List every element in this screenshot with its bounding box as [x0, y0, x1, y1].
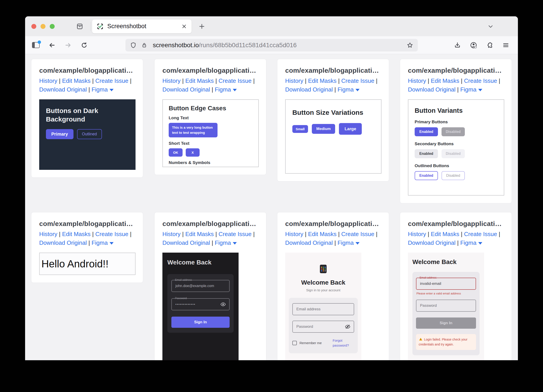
login-panel: Email address invalid-email Please enter…	[413, 272, 480, 355]
small-button: Small	[292, 125, 308, 133]
create-issue-link[interactable]: Create Issue	[219, 231, 252, 237]
caret-down-icon	[233, 89, 237, 91]
download-original-link[interactable]: Download Original	[162, 239, 210, 246]
thumb-heading: Welcome Back	[287, 279, 359, 286]
history-link[interactable]: History	[162, 231, 181, 237]
new-tab-button[interactable]	[197, 22, 207, 31]
tab-screenshotbot[interactable]: Screenshotbot	[92, 19, 192, 33]
history-link[interactable]: History	[39, 77, 57, 84]
create-issue-link[interactable]: Create Issue	[464, 231, 497, 237]
download-original-link[interactable]: Download Original	[285, 239, 333, 246]
minimize-window-button[interactable]	[40, 24, 45, 29]
email-value: invalid-email	[416, 282, 441, 286]
notification-dot	[38, 40, 41, 44]
figma-link[interactable]: Figma	[460, 239, 476, 246]
edit-masks-link[interactable]: Edit Masks	[62, 77, 90, 84]
screenshotbot-favicon-icon	[96, 23, 104, 30]
list-all-tabs-chevron-icon[interactable]	[486, 22, 496, 31]
history-link[interactable]: History	[39, 231, 57, 237]
login-failed-alert: Login failed. Please check your credenti…	[416, 334, 476, 350]
url-bar[interactable]: screenshotbot.io/runs/68b5b0d11c581d41cc…	[125, 39, 418, 51]
reload-button[interactable]	[79, 40, 89, 50]
account-icon[interactable]	[469, 40, 479, 50]
screenshot-thumbnail[interactable]: Button Variants Primary Buttons Enabled …	[408, 99, 504, 196]
short-text-label: Short Text	[169, 141, 252, 146]
figma-link[interactable]: Figma	[338, 239, 354, 246]
history-link[interactable]: History	[408, 77, 426, 84]
edit-masks-link[interactable]: Edit Masks	[185, 231, 214, 237]
tab-close-icon[interactable]	[181, 23, 187, 29]
create-issue-link[interactable]: Create Issue	[96, 231, 128, 237]
back-button[interactable]	[47, 40, 57, 50]
download-original-link[interactable]: Download Original	[162, 86, 210, 93]
screenshot-title: com/example/blogapplicati…	[39, 220, 135, 227]
zoom-window-button[interactable]	[50, 24, 55, 29]
outlined-button: Outlined	[77, 129, 102, 139]
email-label: Email address	[175, 278, 192, 282]
figma-link[interactable]: Figma	[92, 86, 108, 93]
screenshot-thumbnail[interactable]: Hello Android!!	[39, 253, 136, 275]
create-issue-link[interactable]: Create Issue	[341, 77, 374, 84]
screenshot-thumbnail[interactable]: Welcome Back Email address john.doe@exam…	[162, 253, 238, 360]
history-link[interactable]: History	[408, 231, 426, 237]
edit-masks-link[interactable]: Edit Masks	[185, 77, 214, 84]
close-window-button[interactable]	[31, 24, 36, 29]
screenshot-thumbnail[interactable]: Welcome Back Email address invalid-email…	[408, 253, 484, 360]
edit-masks-link[interactable]: Edit Masks	[308, 77, 336, 84]
forward-button[interactable]	[63, 40, 73, 50]
create-issue-link[interactable]: Create Issue	[219, 77, 252, 84]
enabled-button: Enabled	[415, 127, 438, 136]
screenshot-title: com/example/blogapplicati…	[162, 67, 258, 74]
sidebar-archive-icon[interactable]	[75, 22, 85, 31]
long-text-button: This is a very long button text to test …	[169, 123, 218, 137]
shield-icon[interactable]	[130, 42, 137, 49]
edit-masks-link[interactable]: Edit Masks	[62, 231, 90, 237]
email-error-text: Please enter a valid email address	[416, 292, 475, 295]
downloads-icon[interactable]	[452, 40, 462, 50]
eye-icon	[220, 301, 226, 307]
tab-title: Screenshotbot	[107, 23, 146, 30]
screenshot-thumbnail[interactable]: Buttons on Dark Background Primary Outli…	[39, 99, 136, 170]
browser-window: Screenshotbot	[25, 16, 518, 360]
screenshot-thumbnail[interactable]: Button Edge Cases Long Text This is a ve…	[162, 99, 259, 167]
card-links: History | Edit Masks | Create Issue | Do…	[408, 77, 504, 94]
url-path: /runs/68b5b0d11c581d41cca5d016	[199, 42, 297, 49]
figma-link[interactable]: Figma	[92, 239, 108, 246]
figma-link[interactable]: Figma	[215, 239, 231, 246]
history-link[interactable]: History	[285, 77, 303, 84]
numbers-symbols-label: Numbers & Symbols	[169, 160, 252, 165]
figma-link[interactable]: Figma	[460, 86, 476, 93]
screenshot-thumbnail[interactable]: Welcome Back Sign in to your account Ema…	[285, 253, 361, 360]
history-link[interactable]: History	[162, 77, 181, 84]
edit-masks-link[interactable]: Edit Masks	[431, 77, 459, 84]
extensions-puzzle-icon[interactable]	[485, 40, 495, 50]
card-links: History | Edit Masks | Create Issue | Do…	[39, 230, 135, 247]
download-original-link[interactable]: Download Original	[285, 86, 333, 93]
edit-masks-link[interactable]: Edit Masks	[308, 231, 336, 237]
edit-masks-link[interactable]: Edit Masks	[431, 231, 459, 237]
history-link[interactable]: History	[285, 231, 303, 237]
lock-icon[interactable]	[141, 42, 147, 48]
download-original-link[interactable]: Download Original	[408, 86, 455, 93]
password-label: Password	[175, 297, 187, 300]
create-issue-link[interactable]: Create Issue	[341, 231, 374, 237]
outlined-buttons-label: Outlined Buttons	[415, 163, 498, 168]
download-original-link[interactable]: Download Original	[39, 86, 87, 93]
x-button: X	[186, 148, 200, 157]
page-content: com/example/blogapplicati… History | Edi…	[25, 54, 518, 360]
email-field: Email address	[292, 303, 354, 315]
disabled-button: Disabled	[441, 149, 465, 158]
enabled-button: Enabled	[415, 171, 438, 180]
download-original-link[interactable]: Download Original	[39, 239, 87, 246]
bookmark-star-icon[interactable]	[407, 42, 413, 49]
create-issue-link[interactable]: Create Issue	[464, 77, 497, 84]
download-original-link[interactable]: Download Original	[408, 239, 455, 246]
figma-link[interactable]: Figma	[215, 86, 231, 93]
figma-link[interactable]: Figma	[338, 86, 354, 93]
menu-hamburger-icon[interactable]	[501, 40, 511, 50]
create-issue-link[interactable]: Create Issue	[96, 77, 128, 84]
screenshot-card: com/example/blogapplicati… History | Edi…	[400, 212, 512, 360]
firefox-view-icon[interactable]	[31, 40, 41, 50]
window-controls	[25, 24, 55, 29]
screenshot-thumbnail[interactable]: Button Size Variations Small Medium Larg…	[285, 99, 381, 174]
